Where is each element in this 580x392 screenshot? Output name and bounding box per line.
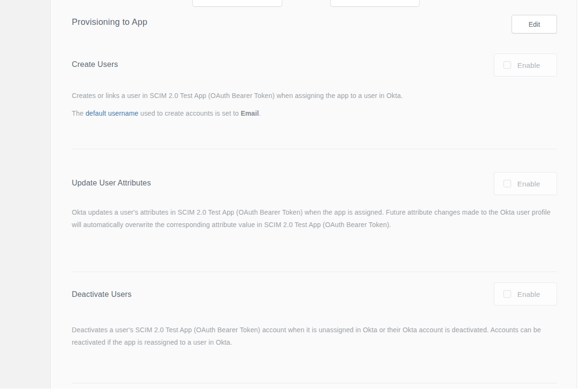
note-suffix: . (259, 109, 261, 117)
panel-title: Provisioning to App (72, 17, 147, 27)
section-divider (72, 272, 557, 272)
create-users-description: Creates or links a user in SCIM 2.0 Test… (72, 89, 556, 102)
edit-button[interactable]: Edit (512, 15, 557, 33)
note-prefix: The (72, 109, 86, 117)
enable-checkbox-deactivate-users[interactable] (503, 290, 511, 298)
provisioning-panel: Provisioning to App Edit Create Users En… (51, 0, 577, 389)
enable-checkbox-update-user-attributes[interactable] (503, 180, 511, 187)
section-divider (72, 383, 557, 383)
okta-provisioning-page: Provisioning to App Edit Create Users En… (0, 0, 580, 392)
section-divider (72, 149, 557, 149)
default-username-link[interactable]: default username (86, 109, 139, 117)
enable-toggle-deactivate-users[interactable]: Enable (494, 283, 557, 305)
enable-toggle-update-user-attributes[interactable]: Enable (494, 172, 557, 195)
section-title-deactivate-users: Deactivate Users (72, 290, 132, 299)
create-users-note: The default username used to create acco… (72, 107, 556, 120)
truncated-field-left[interactable] (192, 0, 282, 7)
note-email-value: Email (241, 109, 259, 117)
enable-toggle-create-users[interactable]: Enable (494, 54, 557, 76)
enable-label: Enable (517, 61, 540, 69)
left-sidebar-gutter (0, 0, 51, 389)
note-middle: used to create accounts is set to (138, 109, 241, 117)
truncated-field-right[interactable] (330, 0, 420, 7)
enable-checkbox-create-users[interactable] (503, 61, 511, 69)
section-title-update-user-attributes: Update User Attributes (72, 179, 151, 187)
section-title-create-users: Create Users (72, 60, 118, 69)
enable-label: Enable (517, 290, 540, 298)
enable-label: Enable (517, 180, 540, 188)
deactivate-users-description: Deactivates a user's SCIM 2.0 Test App (… (72, 324, 556, 348)
update-user-attributes-description: Okta updates a user's attributes in SCIM… (72, 206, 556, 231)
